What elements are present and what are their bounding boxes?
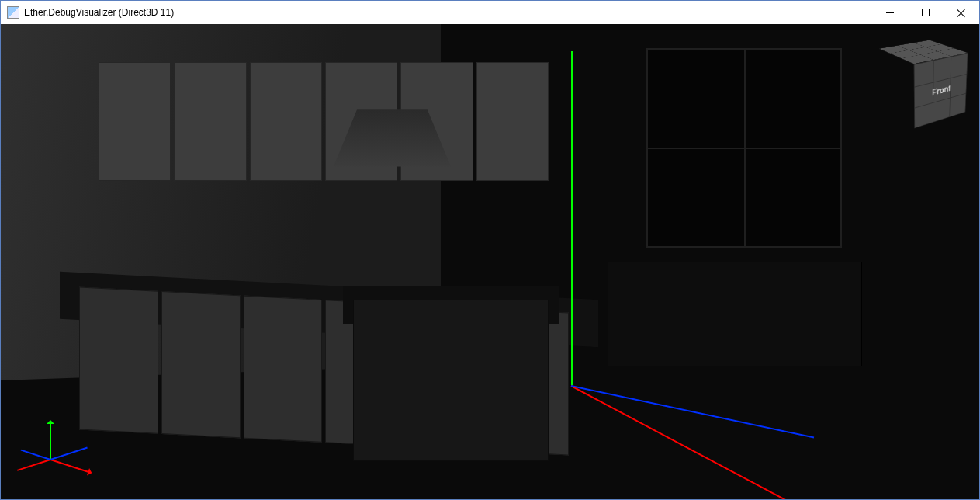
- app-icon: [7, 6, 19, 19]
- minimize-icon: [886, 12, 894, 13]
- view-cube-front-label: Front: [932, 83, 951, 97]
- titlebar[interactable]: Ether.DebugVisualizer (Direct3D 11): [1, 1, 979, 24]
- window-controls: [872, 1, 979, 24]
- minimize-button[interactable]: [872, 1, 908, 24]
- close-icon: [957, 8, 966, 17]
- application-window: Ether.DebugVisualizer (Direct3D 11): [0, 0, 980, 500]
- 3d-viewport[interactable]: Right Front: [1, 24, 979, 499]
- scene-upper-cabinets: [99, 62, 549, 181]
- axis-neg-x-icon: [17, 459, 50, 471]
- scene-dining-table: [608, 262, 862, 366]
- view-cube-body[interactable]: Right Front: [895, 46, 948, 116]
- axis-neg-z-icon: [21, 450, 51, 460]
- world-axis-z: [571, 385, 814, 438]
- scene-window: [646, 48, 842, 248]
- scene-island: [353, 300, 549, 461]
- view-cube[interactable]: Right Front: [880, 38, 965, 123]
- maximize-icon: [922, 9, 930, 16]
- view-cube-face-front[interactable]: Front: [914, 53, 968, 129]
- world-axis-x: [571, 385, 867, 499]
- maximize-button[interactable]: [908, 1, 944, 24]
- axis-x-icon: [50, 459, 92, 474]
- axis-y-icon: [50, 421, 51, 460]
- axis-z-icon: [50, 447, 88, 460]
- window-title: Ether.DebugVisualizer (Direct3D 11): [24, 7, 174, 18]
- close-button[interactable]: [944, 1, 979, 24]
- world-origin-gizmo: [571, 51, 572, 494]
